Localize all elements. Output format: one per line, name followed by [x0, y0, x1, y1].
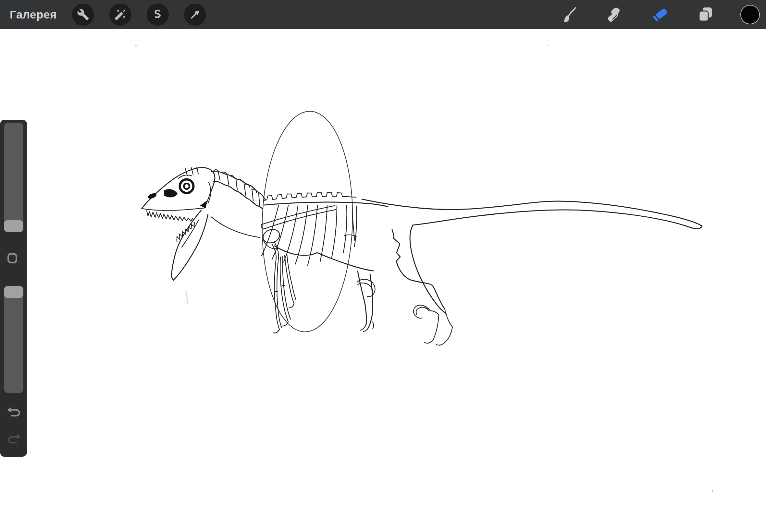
layers-button[interactable] [696, 6, 714, 24]
undo-button[interactable] [7, 407, 21, 418]
color-swatch-button[interactable] [740, 5, 760, 25]
wrench-icon [77, 8, 89, 21]
smudge-icon [604, 6, 623, 24]
layers-icon [696, 6, 714, 24]
eraser-icon [651, 6, 669, 24]
modify-button[interactable] [7, 253, 17, 263]
paint-tool-button[interactable] [561, 6, 579, 24]
redo-icon [7, 434, 21, 445]
side-toolbar [0, 120, 27, 457]
opacity-slider[interactable] [4, 286, 23, 393]
move-arrow-icon [189, 8, 201, 21]
brush-size-slider[interactable] [4, 123, 23, 232]
smudge-tool-button[interactable] [604, 6, 623, 24]
transform-button[interactable] [184, 4, 206, 26]
color-swatch-icon [740, 5, 760, 25]
canvas-drawing[interactable] [0, 0, 766, 532]
opacity-handle[interactable] [4, 286, 23, 298]
magic-wand-icon [114, 8, 127, 21]
selection-button[interactable] [147, 4, 169, 26]
actions-button[interactable] [72, 4, 94, 26]
selection-s-icon [152, 8, 164, 21]
procreate-app: { "topbar": { "gallery_label": "Галерея"… [0, 0, 766, 532]
erase-tool-button[interactable] [651, 6, 669, 24]
undo-icon [7, 407, 21, 418]
top-toolbar: Галерея [0, 0, 766, 29]
redo-button[interactable] [7, 434, 21, 445]
adjustments-button[interactable] [109, 4, 131, 26]
brush-icon [561, 6, 579, 24]
brush-size-handle[interactable] [4, 220, 23, 232]
dinosaur-sketch [135, 45, 713, 492]
gallery-button[interactable]: Галерея [10, 0, 57, 29]
